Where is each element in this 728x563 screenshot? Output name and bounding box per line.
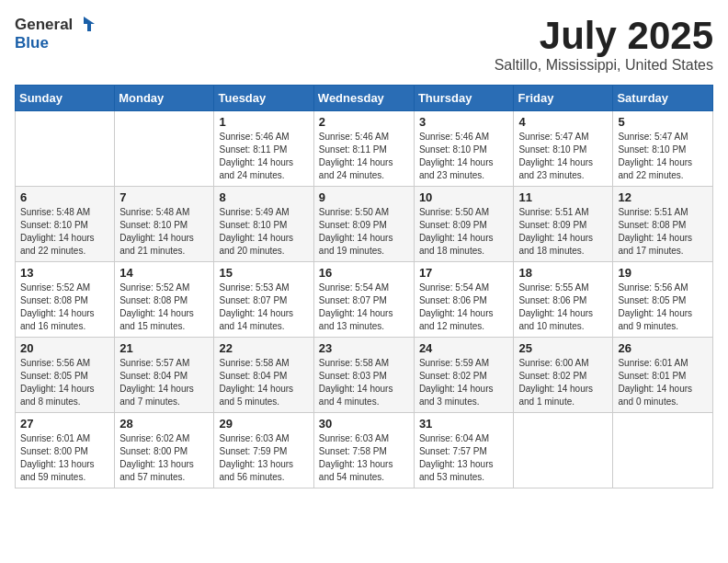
sunset-text: Sunset: 8:08 PM [20, 295, 88, 305]
day-info: Sunrise: 5:53 AM Sunset: 8:07 PM Dayligh… [219, 282, 308, 333]
header-wednesday: Wednesday [313, 86, 414, 111]
calendar-cell: 28 Sunrise: 6:02 AM Sunset: 8:00 PM Dayl… [115, 413, 214, 488]
day-number: 11 [518, 190, 608, 204]
calendar-cell: 30 Sunrise: 6:03 AM Sunset: 7:58 PM Dayl… [313, 413, 414, 488]
day-number: 24 [419, 341, 509, 355]
location-title: Saltillo, Mississippi, United States [495, 57, 713, 74]
sunrise-text: Sunrise: 5:47 AM [618, 132, 688, 142]
daylight-text: Daylight: 14 hours and 22 minutes. [20, 233, 95, 256]
sunrise-text: Sunrise: 5:58 AM [319, 358, 389, 368]
sunset-text: Sunset: 8:10 PM [518, 144, 586, 155]
sunset-text: Sunset: 7:58 PM [319, 446, 387, 456]
sunset-text: Sunset: 8:11 PM [319, 144, 387, 155]
sunrise-text: Sunrise: 6:00 AM [518, 358, 588, 368]
daylight-text: Daylight: 14 hours and 17 minutes. [618, 233, 692, 256]
day-info: Sunrise: 6:01 AM Sunset: 8:00 PM Dayligh… [20, 432, 109, 484]
calendar-cell: 10 Sunrise: 5:50 AM Sunset: 8:09 PM Dayl… [414, 187, 514, 262]
day-info: Sunrise: 5:46 AM Sunset: 8:11 PM Dayligh… [219, 131, 308, 182]
calendar-table: Sunday Monday Tuesday Wednesday Thursday… [15, 85, 713, 488]
calendar-cell: 3 Sunrise: 5:46 AM Sunset: 8:10 PM Dayli… [414, 111, 514, 187]
header-tuesday: Tuesday [214, 86, 313, 111]
day-info: Sunrise: 5:54 AM Sunset: 8:07 PM Dayligh… [319, 282, 409, 333]
calendar-cell: 16 Sunrise: 5:54 AM Sunset: 8:07 PM Dayl… [313, 262, 414, 338]
daylight-text: Daylight: 13 hours and 57 minutes. [119, 459, 194, 482]
sunrise-text: Sunrise: 5:54 AM [419, 282, 489, 293]
day-number: 1 [219, 115, 308, 129]
sunset-text: Sunset: 8:02 PM [419, 371, 487, 381]
calendar-cell: 22 Sunrise: 5:58 AM Sunset: 8:04 PM Dayl… [214, 338, 313, 413]
day-number: 20 [20, 341, 109, 355]
calendar-cell [514, 413, 613, 488]
calendar-cell: 2 Sunrise: 5:46 AM Sunset: 8:11 PM Dayli… [313, 111, 414, 187]
header-friday: Friday [514, 86, 613, 111]
day-info: Sunrise: 5:47 AM Sunset: 8:10 PM Dayligh… [618, 131, 708, 182]
sunrise-text: Sunrise: 5:54 AM [319, 282, 389, 293]
calendar-week-row: 1 Sunrise: 5:46 AM Sunset: 8:11 PM Dayli… [16, 111, 713, 187]
day-info: Sunrise: 5:48 AM Sunset: 8:10 PM Dayligh… [20, 206, 109, 258]
logo-arrow-icon [74, 15, 95, 35]
calendar-cell: 13 Sunrise: 5:52 AM Sunset: 8:08 PM Dayl… [16, 262, 115, 338]
sunset-text: Sunset: 8:09 PM [419, 220, 487, 230]
sunset-text: Sunset: 8:01 PM [618, 371, 686, 381]
day-number: 27 [20, 417, 109, 431]
day-number: 28 [119, 417, 209, 431]
day-info: Sunrise: 5:59 AM Sunset: 8:02 PM Dayligh… [419, 357, 509, 408]
day-number: 18 [518, 266, 608, 280]
calendar-cell: 26 Sunrise: 6:01 AM Sunset: 8:01 PM Dayl… [613, 338, 713, 413]
calendar-cell: 19 Sunrise: 5:56 AM Sunset: 8:05 PM Dayl… [613, 262, 713, 338]
sunrise-text: Sunrise: 5:48 AM [119, 207, 189, 217]
sunrise-text: Sunrise: 5:51 AM [518, 207, 588, 217]
header-sunday: Sunday [16, 86, 115, 111]
calendar-cell: 21 Sunrise: 5:57 AM Sunset: 8:04 PM Dayl… [115, 338, 214, 413]
sunset-text: Sunset: 8:11 PM [219, 144, 287, 155]
sunrise-text: Sunrise: 5:56 AM [618, 282, 688, 293]
day-info: Sunrise: 5:56 AM Sunset: 8:05 PM Dayligh… [20, 357, 109, 408]
daylight-text: Daylight: 14 hours and 19 minutes. [319, 233, 393, 256]
sunset-text: Sunset: 8:07 PM [219, 295, 287, 305]
day-info: Sunrise: 5:57 AM Sunset: 8:04 PM Dayligh… [119, 357, 209, 408]
sunset-text: Sunset: 8:09 PM [518, 220, 586, 230]
sunset-text: Sunset: 8:03 PM [319, 371, 387, 381]
day-info: Sunrise: 5:52 AM Sunset: 8:08 PM Dayligh… [20, 282, 109, 333]
day-number: 14 [119, 266, 209, 280]
logo-blue: Blue [15, 35, 95, 52]
sunrise-text: Sunrise: 5:55 AM [518, 282, 588, 293]
day-number: 23 [319, 341, 409, 355]
day-info: Sunrise: 5:51 AM Sunset: 8:08 PM Dayligh… [618, 206, 708, 258]
sunrise-text: Sunrise: 6:04 AM [419, 433, 489, 443]
sunrise-text: Sunrise: 6:03 AM [319, 433, 389, 443]
daylight-text: Daylight: 14 hours and 4 minutes. [319, 384, 393, 407]
calendar-cell [115, 111, 214, 187]
calendar-week-row: 27 Sunrise: 6:01 AM Sunset: 8:00 PM Dayl… [16, 413, 713, 488]
calendar-cell [16, 111, 115, 187]
sunset-text: Sunset: 8:10 PM [20, 220, 88, 230]
day-info: Sunrise: 5:56 AM Sunset: 8:05 PM Dayligh… [618, 282, 708, 333]
day-number: 13 [20, 266, 109, 280]
day-info: Sunrise: 5:58 AM Sunset: 8:04 PM Dayligh… [219, 357, 308, 408]
sunset-text: Sunset: 8:02 PM [518, 371, 586, 381]
day-info: Sunrise: 6:03 AM Sunset: 7:59 PM Dayligh… [219, 432, 308, 484]
month-title: July 2025 [495, 15, 713, 57]
day-info: Sunrise: 5:46 AM Sunset: 8:11 PM Dayligh… [319, 131, 409, 182]
daylight-text: Daylight: 13 hours and 56 minutes. [219, 459, 293, 482]
daylight-text: Daylight: 14 hours and 12 minutes. [419, 308, 494, 331]
day-info: Sunrise: 5:55 AM Sunset: 8:06 PM Dayligh… [518, 282, 608, 333]
day-number: 10 [419, 190, 509, 204]
day-number: 15 [219, 266, 308, 280]
calendar-cell: 12 Sunrise: 5:51 AM Sunset: 8:08 PM Dayl… [613, 187, 713, 262]
title-section: July 2025 Saltillo, Mississippi, United … [495, 15, 713, 74]
sunset-text: Sunset: 7:59 PM [219, 446, 287, 456]
daylight-text: Daylight: 14 hours and 23 minutes. [518, 157, 593, 180]
sunset-text: Sunset: 8:09 PM [319, 220, 387, 230]
daylight-text: Daylight: 14 hours and 21 minutes. [119, 233, 194, 256]
calendar-week-row: 20 Sunrise: 5:56 AM Sunset: 8:05 PM Dayl… [16, 338, 713, 413]
daylight-text: Daylight: 14 hours and 20 minutes. [219, 233, 293, 256]
logo: General Blue [15, 15, 95, 52]
daylight-text: Daylight: 13 hours and 59 minutes. [20, 459, 95, 482]
sunrise-text: Sunrise: 5:49 AM [219, 207, 289, 217]
sunrise-text: Sunrise: 6:02 AM [119, 433, 189, 443]
calendar-cell: 6 Sunrise: 5:48 AM Sunset: 8:10 PM Dayli… [16, 187, 115, 262]
sunrise-text: Sunrise: 6:03 AM [219, 433, 289, 443]
day-number: 6 [20, 190, 109, 204]
calendar-week-row: 13 Sunrise: 5:52 AM Sunset: 8:08 PM Dayl… [16, 262, 713, 338]
